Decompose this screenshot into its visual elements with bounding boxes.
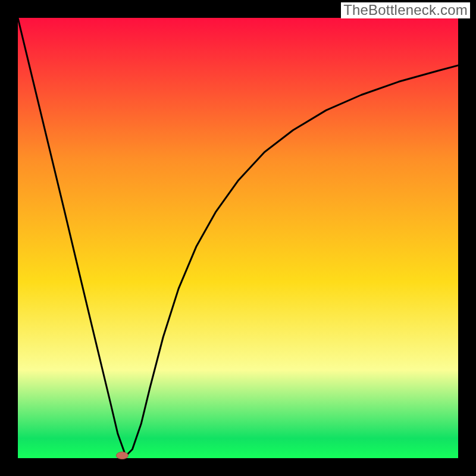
watermark-text: TheBottleneck.com [341,2,470,18]
chart-frame: TheBottleneck.com [0,0,476,476]
minimum-marker [116,452,128,459]
chart-svg [0,0,476,476]
